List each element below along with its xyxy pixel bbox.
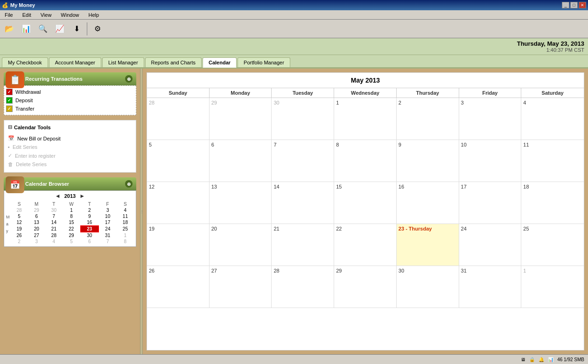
- menu-view[interactable]: View: [38, 11, 55, 19]
- mini-day[interactable]: 6: [80, 238, 98, 245]
- mini-day[interactable]: 31: [99, 232, 117, 239]
- cal-day-1-next[interactable]: 1: [521, 266, 584, 308]
- mini-day[interactable]: 26: [11, 232, 28, 239]
- panel-splitter[interactable]: ⋮: [140, 69, 143, 354]
- deposit-item[interactable]: ✓ Deposit: [6, 96, 134, 105]
- cal-day-24[interactable]: 24: [459, 224, 522, 266]
- cal-day-8[interactable]: 8: [334, 140, 397, 182]
- mini-day[interactable]: 5: [63, 238, 80, 245]
- mini-day[interactable]: 28: [45, 232, 63, 239]
- cal-day-1[interactable]: 1: [334, 98, 397, 140]
- cal-day-17[interactable]: 17: [459, 182, 522, 224]
- transfer-item[interactable]: ✓ Transfer: [6, 105, 134, 113]
- mini-day[interactable]: 13: [28, 219, 45, 226]
- mini-day[interactable]: 29: [28, 207, 45, 213]
- mini-day[interactable]: 7: [45, 213, 63, 219]
- cal-day-28[interactable]: 28: [272, 266, 334, 308]
- mini-day[interactable]: 1: [117, 232, 134, 239]
- recurring-collapse-button[interactable]: ⊕: [125, 75, 133, 83]
- settings-button[interactable]: ⚙: [90, 21, 105, 36]
- mini-day[interactable]: 11: [117, 213, 134, 219]
- cal-day-28-prev[interactable]: 28: [147, 98, 210, 140]
- menu-help[interactable]: Help: [85, 11, 102, 19]
- prev-month-button[interactable]: ◄: [55, 193, 61, 199]
- cal-day-20[interactable]: 20: [210, 224, 272, 266]
- cal-day-29[interactable]: 29: [334, 266, 397, 308]
- new-bill-deposit-button[interactable]: 📅 New Bill or Deposit: [8, 134, 132, 143]
- calendar-browser-collapse-button[interactable]: ⊕: [125, 180, 133, 188]
- cal-day-2[interactable]: 2: [397, 98, 459, 140]
- transfer-checkbox[interactable]: ✓: [6, 105, 13, 112]
- cal-day-18[interactable]: 18: [521, 182, 584, 224]
- mini-day[interactable]: 10: [99, 213, 117, 219]
- cal-day-12[interactable]: 12: [147, 182, 210, 224]
- download-button[interactable]: ⬇: [69, 21, 84, 36]
- cal-day-30[interactable]: 30: [397, 266, 459, 308]
- mini-day[interactable]: 2: [11, 238, 28, 245]
- cal-day-29-prev[interactable]: 29: [210, 98, 272, 140]
- chart-button[interactable]: 📈: [52, 21, 67, 36]
- menu-file[interactable]: File: [2, 11, 16, 19]
- mini-day[interactable]: 9: [80, 213, 98, 219]
- cal-day-16[interactable]: 16: [397, 182, 459, 224]
- cal-day-10[interactable]: 10: [459, 140, 522, 182]
- mini-day-today[interactable]: 23: [80, 226, 98, 232]
- open-button[interactable]: 📂: [2, 21, 17, 36]
- cal-day-13[interactable]: 13: [210, 182, 272, 224]
- mini-day[interactable]: 24: [99, 226, 117, 232]
- mini-day[interactable]: 8: [63, 213, 80, 219]
- cal-day-22[interactable]: 22: [334, 224, 397, 266]
- mini-day[interactable]: 3: [28, 238, 45, 245]
- mini-day[interactable]: 6: [28, 213, 45, 219]
- withdrawal-checkbox[interactable]: ✓: [6, 89, 13, 95]
- mini-day[interactable]: 14: [45, 219, 63, 226]
- cal-day-9[interactable]: 9: [397, 140, 459, 182]
- cal-day-5[interactable]: 5: [147, 140, 210, 182]
- cal-day-26[interactable]: 26: [147, 266, 210, 308]
- tab-reports[interactable]: Reports and Charts: [145, 57, 202, 67]
- mini-day[interactable]: 4: [45, 238, 63, 245]
- mini-day[interactable]: 3: [99, 207, 117, 213]
- cal-day-30-prev[interactable]: 30: [272, 98, 334, 140]
- tab-calendar[interactable]: Calendar: [203, 57, 237, 68]
- mini-day[interactable]: 8: [117, 238, 134, 245]
- cal-day-15[interactable]: 15: [334, 182, 397, 224]
- menu-window[interactable]: Window: [58, 11, 82, 19]
- mini-day[interactable]: 1: [63, 207, 80, 213]
- mini-day[interactable]: 25: [117, 226, 134, 232]
- minimize-button[interactable]: _: [562, 2, 569, 8]
- withdrawal-item[interactable]: ✓ Withdrawal: [6, 88, 134, 96]
- search-button[interactable]: 🔍: [35, 21, 50, 36]
- mini-day[interactable]: 27: [28, 232, 45, 239]
- mini-day[interactable]: 15: [63, 219, 80, 226]
- next-month-button[interactable]: ►: [79, 193, 85, 199]
- cal-day-7[interactable]: 7: [272, 140, 334, 182]
- cal-day-27[interactable]: 27: [210, 266, 272, 308]
- cal-day-3[interactable]: 3: [459, 98, 522, 140]
- tab-account-manager[interactable]: Account Manager: [49, 57, 101, 67]
- cal-day-6[interactable]: 6: [210, 140, 272, 182]
- cal-day-21[interactable]: 21: [272, 224, 334, 266]
- maximize-button[interactable]: □: [570, 2, 578, 8]
- mini-day[interactable]: 16: [80, 219, 98, 226]
- cal-day-19[interactable]: 19: [147, 224, 210, 266]
- mini-day[interactable]: 22: [63, 226, 80, 232]
- mini-day[interactable]: 18: [117, 219, 134, 226]
- mini-day[interactable]: 17: [99, 219, 117, 226]
- mini-day[interactable]: 5: [11, 213, 28, 219]
- cal-day-4[interactable]: 4: [521, 98, 584, 140]
- mini-day[interactable]: 30: [80, 232, 98, 239]
- mini-day[interactable]: 20: [28, 226, 45, 232]
- mini-day[interactable]: 2: [80, 207, 98, 213]
- cal-day-11[interactable]: 11: [521, 140, 584, 182]
- cal-day-23-today[interactable]: 23 - Thursday: [397, 224, 459, 266]
- tab-list-manager[interactable]: List Manager: [102, 57, 144, 67]
- mini-day[interactable]: 19: [11, 226, 28, 232]
- cal-day-14[interactable]: 14: [272, 182, 334, 224]
- tab-portfolio[interactable]: Portfolio Manager: [238, 57, 290, 67]
- cal-day-31[interactable]: 31: [459, 266, 522, 308]
- deposit-checkbox[interactable]: ✓: [6, 97, 13, 104]
- tab-checkbook[interactable]: My Checkbook: [2, 57, 48, 67]
- menu-edit[interactable]: Edit: [20, 11, 34, 19]
- mini-day[interactable]: 21: [45, 226, 63, 232]
